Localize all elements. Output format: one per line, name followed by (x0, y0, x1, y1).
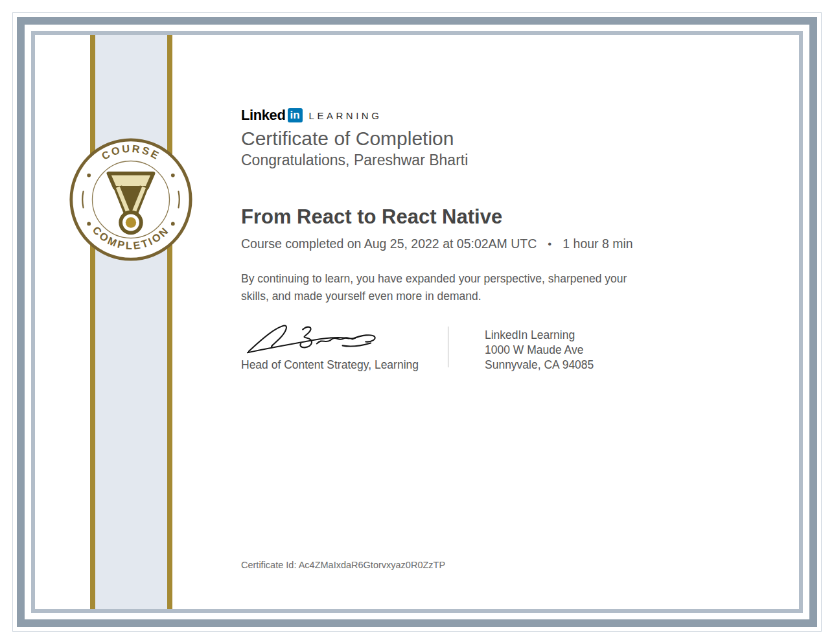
completion-meta: Course completed on Aug 25, 2022 at 05:0… (241, 236, 633, 251)
badge-dot-upper-right (171, 174, 175, 178)
issuer-name: LinkedIn Learning (485, 328, 594, 343)
logo-linked-text: Linked (241, 107, 286, 124)
signature-stroke-sweep (248, 338, 349, 352)
medal-center-dot (126, 217, 136, 227)
issuer-street: 1000 W Maude Ave (485, 343, 594, 358)
linkedin-in-icon: in (288, 108, 303, 122)
course-completion-badge: COURSE COMPLETION (69, 137, 193, 262)
signature-stroke-b (300, 327, 312, 348)
bullet-separator: • (548, 238, 551, 251)
course-title: From React to React Native (241, 205, 502, 229)
certificate-page: COURSE COMPLETION Linked in LEARNING Cer… (0, 0, 834, 644)
issuer-city: Sunnyvale, CA 94085 (485, 358, 594, 373)
medal-ribbon-top (108, 174, 153, 188)
congratulations-line: Congratulations, Pareshwar Bharti (241, 152, 468, 169)
completion-date: Course completed on Aug 25, 2022 at 05:0… (241, 236, 537, 251)
congratulatory-message: By continuing to learn, you have expande… (241, 270, 657, 305)
decorative-side-band (90, 35, 172, 609)
signature (246, 319, 381, 356)
course-duration: 1 hour 8 min (562, 236, 632, 251)
issuer-address-block: LinkedIn Learning 1000 W Maude Ave Sunny… (485, 328, 594, 373)
badge-dot-lower-left (87, 222, 91, 226)
vertical-divider (448, 327, 448, 367)
signature-stroke-underline (343, 343, 371, 346)
certificate-title: Certificate of Completion (241, 128, 454, 150)
badge-dot-upper-left (87, 174, 91, 178)
certificate-id: Certificate Id: Ac4ZMaIxdaR6Gtorvxyaz0R0… (241, 560, 445, 570)
linkedin-learning-logo: Linked in LEARNING (241, 107, 382, 124)
signer-title: Head of Content Strategy, Learning (241, 358, 419, 372)
logo-learning-text: LEARNING (309, 110, 382, 121)
signature-stroke-d (249, 325, 286, 351)
badge-dot-lower-right (171, 222, 175, 226)
